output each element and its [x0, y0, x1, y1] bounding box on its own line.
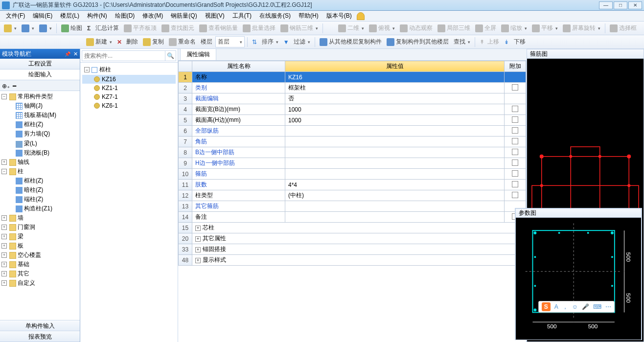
ime-btn-more[interactable]: ⋯ [605, 303, 611, 310]
prop-row[interactable]: 4 截面宽(B边)(mm) 1000 [179, 104, 526, 115]
menu-draw[interactable]: 绘图(D) [112, 11, 138, 21]
peek-button[interactable]: 俯视▾ [367, 23, 397, 33]
open-button[interactable]: ▾ [2, 23, 19, 33]
sort-button[interactable]: ⇅ 排序▾ [250, 37, 280, 47]
tree-leaf[interactable]: 框柱(Z) [7, 176, 80, 185]
tree-node[interactable]: +门窗洞 [0, 223, 80, 232]
search-input[interactable] [82, 50, 165, 61]
hat-icon[interactable] [357, 12, 365, 20]
menu-floor[interactable]: 楼层(L) [57, 11, 82, 21]
prop-row-expandable[interactable]: 20 +其它属性 [179, 233, 526, 244]
tab-property-edit[interactable]: 属性编辑 [180, 48, 216, 60]
tree-node[interactable]: +墙 [0, 213, 80, 223]
prop-row[interactable]: 13 其它箍筋 [179, 201, 526, 212]
expand-icon[interactable]: ⊕₊ [2, 83, 10, 89]
nav-section-project[interactable]: 工程设置 [0, 59, 80, 69]
pin-icon[interactable]: 📌 [65, 51, 70, 57]
tree-node[interactable]: −常用构件类型 [0, 92, 80, 101]
ime-logo-icon[interactable]: S [542, 302, 551, 311]
sum-button[interactable]: Σ 汇总计算 [85, 23, 121, 33]
prop-row-expandable[interactable]: 33 +锚固搭接 [179, 244, 526, 255]
local3d-button[interactable]: 局部三维 [436, 23, 472, 33]
prop-row[interactable]: 14 备注 [179, 212, 526, 223]
close-button[interactable]: ✕ [628, 1, 642, 9]
copy-button[interactable]: 复制 [141, 37, 166, 47]
tree-leaf[interactable]: 梁(L) [7, 138, 80, 148]
tree-node[interactable]: +梁 [0, 232, 80, 241]
batch-button[interactable]: 批量选择 [241, 23, 277, 33]
menu-component[interactable]: 构件(N) [84, 11, 110, 21]
component-item[interactable]: KZ16 [82, 75, 176, 84]
redo-button[interactable]: ▾ [37, 23, 54, 33]
ime-btn-punct[interactable]: ， [562, 303, 568, 311]
tree-node[interactable]: +板 [0, 241, 80, 251]
floor-select[interactable]: 首层▾ [215, 36, 245, 47]
ime-btn-face[interactable]: ☺ [572, 303, 578, 310]
component-list[interactable]: −框柱KZ16KZ1-1KZ7-1KZ6-1 [80, 63, 178, 342]
rebar3d-button[interactable]: 钢筋三维▾ [278, 23, 320, 33]
component-item[interactable]: KZ7-1 [82, 92, 176, 101]
prop-row-expandable[interactable]: 48 +显示样式 [179, 255, 526, 266]
prop-row[interactable]: 2 类别 框架柱 [179, 83, 526, 93]
component-item[interactable]: KZ6-1 [82, 101, 176, 110]
ime-toolbar[interactable]: S A ， ☺ 🎤 ⌨ ⋯ [538, 301, 615, 313]
tree-leaf[interactable]: 框柱(Z) [7, 120, 80, 129]
tree-leaf[interactable]: 筏板基础(M) [7, 111, 80, 120]
draw-button[interactable]: 绘图 [59, 23, 84, 33]
viewr-button[interactable]: 查看钢筋量 [197, 23, 240, 33]
menu-file[interactable]: 文件(F) [3, 11, 28, 21]
menu-rebar[interactable]: 钢筋量(Q) [168, 11, 200, 21]
new-button[interactable]: 新建▾ [84, 37, 114, 47]
minimize-button[interactable]: — [599, 1, 613, 9]
dyn-button[interactable]: 动态观察 [398, 23, 435, 33]
ime-btn-a[interactable]: A [554, 303, 558, 310]
menu-tools[interactable]: 工具(T) [230, 11, 254, 21]
property-grid[interactable]: 属性名称属性值附加 1 名称 KZ16 2 类别 框架柱 3 截面编辑 否 4 … [178, 61, 526, 266]
param-canvas[interactable]: 500500 500 500 [515, 218, 642, 340]
prop-row-expandable[interactable]: 15 +芯柱 [179, 223, 526, 233]
component-root[interactable]: −框柱 [82, 65, 176, 75]
filter-button[interactable]: ▼ 过滤▾ [281, 37, 312, 47]
menu-version[interactable]: 版本号(B) [323, 11, 355, 21]
prop-row[interactable]: 5 截面高(H边)(mm) 1000 [179, 115, 526, 126]
delete-button[interactable]: ✕ 删除 [115, 37, 140, 47]
nav-close-icon[interactable]: ✕ [73, 51, 78, 57]
tree-node[interactable]: +其它 [0, 269, 80, 278]
selrect-button[interactable]: 选择框 [608, 23, 639, 33]
prop-row[interactable]: 6 全部纵筋 [179, 126, 526, 137]
tree-leaf[interactable]: 轴网(J) [7, 101, 80, 111]
search-icon[interactable]: 🔍 [165, 50, 176, 61]
collapse-icon[interactable]: ━ [13, 83, 21, 89]
pan-button[interactable]: 平移▾ [530, 23, 560, 33]
copy-to-floor-button[interactable]: 复制构件到其他楼层 [385, 37, 451, 47]
tree-leaf[interactable]: 现浇板(B) [7, 148, 80, 158]
rot-button[interactable]: 屏幕旋转▾ [561, 23, 602, 33]
tree-node[interactable]: +自定义 [0, 278, 80, 288]
tree-leaf[interactable]: 暗柱(Z) [7, 185, 80, 195]
nav-section-report[interactable]: 报表预览 [0, 331, 80, 342]
nav-section-draw[interactable]: 绘图输入 [0, 69, 80, 80]
copy-from-floor-button[interactable]: 从其他楼层复制构件 [318, 37, 384, 47]
undo-button[interactable]: ▾ [20, 23, 36, 33]
tree-leaf[interactable]: 构造柱(Z1) [7, 204, 80, 213]
tree-node[interactable]: +基础 [0, 260, 80, 269]
nav-section-single[interactable]: 单构件输入 [0, 320, 80, 331]
2d-button[interactable]: 二维▾ [336, 23, 366, 33]
prop-row[interactable]: 12 柱类型 (中柱) [179, 190, 526, 201]
tree-leaf[interactable]: 剪力墙(Q) [7, 129, 80, 138]
zoom-button[interactable]: 缩放▾ [499, 23, 529, 33]
component-item[interactable]: KZ1-1 [82, 84, 176, 92]
tree-node[interactable]: +轴线 [0, 158, 80, 167]
ime-btn-kbd[interactable]: ⌨ [593, 303, 601, 310]
maximize-button[interactable]: □ [614, 1, 627, 9]
menu-edit[interactable]: 编辑(E) [30, 11, 55, 21]
prop-row[interactable]: 7 角筋 [179, 137, 526, 147]
menu-help[interactable]: 帮助(H) [296, 11, 322, 21]
movedown-button[interactable]: ↡ 下移 [502, 37, 527, 47]
nav-tree[interactable]: −常用构件类型轴网(J)筏板基础(M)框柱(Z)剪力墙(Q)梁(L)现浇板(B)… [0, 91, 80, 320]
moveup-button[interactable]: ↟ 上移 [478, 37, 501, 47]
find-button[interactable]: 查找▾ [452, 37, 472, 47]
ime-btn-mic[interactable]: 🎤 [582, 303, 589, 310]
menu-modify[interactable]: 修改(M) [139, 11, 166, 21]
prop-row[interactable]: 3 截面编辑 否 [179, 93, 526, 104]
